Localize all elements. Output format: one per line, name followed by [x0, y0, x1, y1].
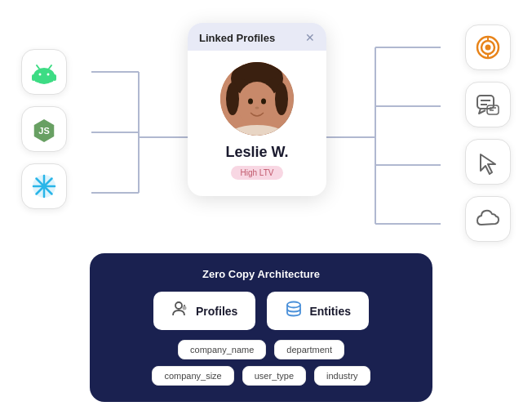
profile-card: Linked Profiles ✕ — [188, 23, 326, 196]
profile-card-header: Linked Profiles ✕ — [188, 23, 326, 51]
svg-line-17 — [49, 65, 51, 69]
svg-point-14 — [39, 74, 42, 76]
svg-rect-19 — [53, 74, 56, 81]
profile-badge: High LTV — [231, 166, 284, 180]
svg-line-16 — [37, 65, 39, 69]
svg-point-10 — [275, 83, 288, 115]
entities-button[interactable]: Entities — [267, 292, 369, 330]
svg-point-28 — [42, 184, 47, 189]
svg-rect-34 — [477, 96, 494, 109]
svg-point-8 — [255, 107, 259, 109]
arch-tags-row2: company_size user_type industry — [109, 366, 413, 386]
tag-company-size: company_size — [152, 366, 233, 386]
profiles-button[interactable]: Profiles — [153, 292, 255, 330]
left-icons-container: JS — [21, 49, 67, 209]
tag-department: department — [274, 340, 344, 359]
profile-card-title: Linked Profiles — [199, 32, 275, 44]
diagram-container: Linked Profiles ✕ — [0, 0, 532, 415]
right-icons-container — [465, 25, 511, 242]
profile-name: Leslie W. — [225, 144, 288, 161]
tag-industry: industry — [314, 366, 370, 386]
entities-label: Entities — [309, 305, 351, 318]
cloud-icon-box[interactable] — [465, 196, 511, 242]
profiles-icon — [171, 300, 189, 322]
nodejs-icon-box[interactable]: JS — [21, 106, 67, 152]
svg-marker-40 — [481, 154, 495, 174]
target-icon-box[interactable] — [465, 25, 511, 70]
arch-title: Zero Copy Architecture — [109, 268, 413, 280]
svg-rect-13 — [33, 73, 55, 83]
svg-rect-18 — [32, 74, 35, 81]
svg-point-3 — [237, 82, 277, 127]
svg-point-7 — [261, 99, 266, 105]
arch-box: Zero Copy Architecture Profiles — [90, 253, 432, 402]
linked-icon: ✕ — [305, 31, 315, 44]
arch-tags-row1: company_name department — [109, 340, 413, 359]
snowflake-icon-box[interactable] — [21, 163, 67, 209]
cursor-icon-box[interactable] — [465, 139, 511, 185]
chat-icon-box[interactable] — [465, 82, 511, 127]
svg-point-15 — [47, 74, 50, 76]
tag-user-type: user_type — [242, 366, 306, 386]
svg-text:JS: JS — [38, 126, 49, 136]
profiles-label: Profiles — [196, 305, 237, 318]
entities-icon — [285, 300, 303, 322]
svg-point-41 — [175, 302, 182, 309]
arch-buttons-row: Profiles Entities — [109, 292, 413, 330]
svg-point-9 — [226, 83, 239, 115]
svg-point-44 — [287, 302, 300, 308]
svg-point-42 — [183, 306, 187, 310]
svg-point-6 — [248, 99, 253, 105]
profile-avatar — [220, 62, 294, 136]
svg-point-31 — [485, 45, 491, 51]
android-icon-box[interactable] — [21, 49, 67, 95]
tag-company-name: company_name — [178, 340, 266, 359]
